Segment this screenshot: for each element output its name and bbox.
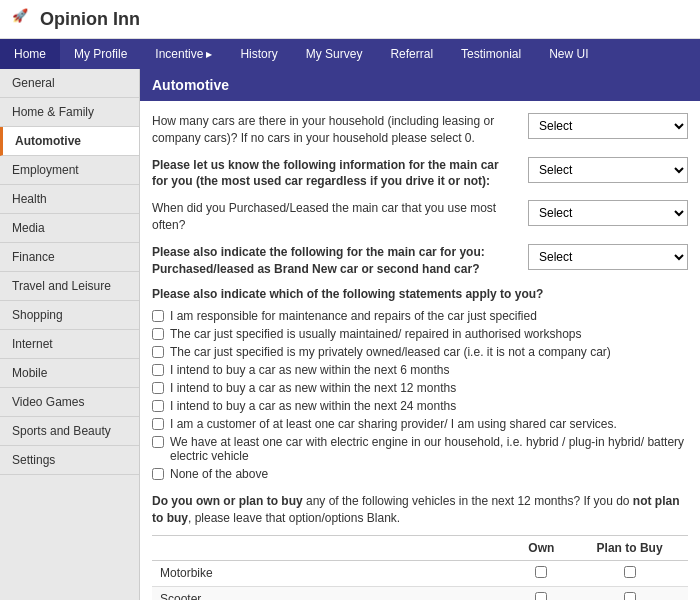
- nav-item-incentive[interactable]: Incentive▶: [141, 39, 226, 69]
- sidebar-item-internet[interactable]: Internet: [0, 330, 139, 359]
- logo-text: Opinion Inn: [40, 9, 140, 30]
- vehicle-plan-cell-0: [571, 560, 688, 586]
- checkbox-item-4: I intend to buy a car as new within the …: [152, 381, 688, 395]
- checkbox-input-3[interactable]: [152, 364, 164, 376]
- checkbox-input-2[interactable]: [152, 346, 164, 358]
- checkbox-input-5[interactable]: [152, 400, 164, 412]
- nav-item-testimonial[interactable]: Testimonial: [447, 39, 535, 69]
- checkbox-item-0: I am responsible for maintenance and rep…: [152, 309, 688, 323]
- vehicle-row-0: Motorbike: [152, 560, 688, 586]
- content-area: Automotive How many cars are there in yo…: [140, 69, 700, 600]
- sidebar: GeneralHome & FamilyAutomotiveEmployment…: [0, 69, 140, 600]
- checkbox-input-7[interactable]: [152, 436, 164, 448]
- sidebar-item-media[interactable]: Media: [0, 214, 139, 243]
- vehicle-own-checkbox-0[interactable]: [535, 566, 547, 578]
- checkbox-label-7: We have at least one car with electric e…: [170, 435, 688, 463]
- sidebar-item-mobile[interactable]: Mobile: [0, 359, 139, 388]
- sidebar-item-travel-and-leisure[interactable]: Travel and Leisure: [0, 272, 139, 301]
- select-wrap-q3: Select: [528, 200, 688, 226]
- select-q3[interactable]: Select: [528, 200, 688, 226]
- content-title: Automotive: [140, 69, 700, 101]
- question-text-q2: Please let us know the following informa…: [152, 157, 528, 191]
- checkbox-list: I am responsible for maintenance and rep…: [152, 309, 688, 481]
- vehicle-own-checkbox-1[interactable]: [535, 592, 547, 600]
- nav-item-referral[interactable]: Referral: [376, 39, 447, 69]
- main-nav: HomeMy ProfileIncentive▶HistoryMy Survey…: [0, 39, 700, 69]
- checkboxes-section-title: Please also indicate which of the follow…: [152, 287, 688, 301]
- question-row-q1: How many cars are there in your househol…: [152, 113, 688, 147]
- vehicle-label-0: Motorbike: [152, 560, 511, 586]
- nav-item-history[interactable]: History: [226, 39, 291, 69]
- checkbox-item-8: None of the above: [152, 467, 688, 481]
- sidebar-item-health[interactable]: Health: [0, 185, 139, 214]
- vehicle-plan-checkbox-0[interactable]: [624, 566, 636, 578]
- sidebar-item-employment[interactable]: Employment: [0, 156, 139, 185]
- checkbox-label-6: I am a customer of at least one car shar…: [170, 417, 617, 431]
- question-row-q3: When did you Purchased/Leased the main c…: [152, 200, 688, 234]
- vehicle-plan-cell-1: [571, 586, 688, 600]
- question-text-q1: How many cars are there in your househol…: [152, 113, 528, 147]
- nav-item-home[interactable]: Home: [0, 39, 60, 69]
- header: 🚀 Opinion Inn: [0, 0, 700, 39]
- nav-item-my-profile[interactable]: My Profile: [60, 39, 141, 69]
- checkbox-item-6: I am a customer of at least one car shar…: [152, 417, 688, 431]
- sidebar-item-home-&-family[interactable]: Home & Family: [0, 98, 139, 127]
- checkbox-label-2: The car just specified is my privately o…: [170, 345, 611, 359]
- vehicle-own-cell-1: [511, 586, 571, 600]
- checkbox-input-1[interactable]: [152, 328, 164, 340]
- nav-item-my-survey[interactable]: My Survey: [292, 39, 377, 69]
- checkbox-label-4: I intend to buy a car as new within the …: [170, 381, 456, 395]
- sidebar-item-automotive[interactable]: Automotive: [0, 127, 139, 156]
- sidebar-item-settings[interactable]: Settings: [0, 446, 139, 475]
- nav-item-new-ui[interactable]: New UI: [535, 39, 602, 69]
- question-row-q4: Please also indicate the following for t…: [152, 244, 688, 278]
- vehicle-own-cell-0: [511, 560, 571, 586]
- checkbox-label-5: I intend to buy a car as new within the …: [170, 399, 456, 413]
- main-layout: GeneralHome & FamilyAutomotiveEmployment…: [0, 69, 700, 600]
- vehicle-description: Do you own or plan to buy any of the fol…: [152, 493, 688, 527]
- logo-icon: 🚀: [12, 8, 34, 30]
- question-row-q2: Please let us know the following informa…: [152, 157, 688, 191]
- nav-arrow-icon: ▶: [206, 50, 212, 59]
- vehicle-tbody: MotorbikeScooterRV (motor home, truck ca…: [152, 560, 688, 600]
- select-q4[interactable]: Select: [528, 244, 688, 270]
- select-wrap-q4: Select: [528, 244, 688, 270]
- checkbox-label-3: I intend to buy a car as new within the …: [170, 363, 450, 377]
- checkbox-item-1: The car just specified is usually mainta…: [152, 327, 688, 341]
- content-body: How many cars are there in your househol…: [140, 101, 700, 600]
- vehicle-col-plan: Plan to Buy: [571, 535, 688, 560]
- sidebar-item-general[interactable]: General: [0, 69, 139, 98]
- question-text-q3: When did you Purchased/Leased the main c…: [152, 200, 528, 234]
- vehicle-col-empty: [152, 535, 511, 560]
- vehicle-label-1: Scooter: [152, 586, 511, 600]
- vehicle-plan-checkbox-1[interactable]: [624, 592, 636, 600]
- sidebar-item-shopping[interactable]: Shopping: [0, 301, 139, 330]
- checkbox-item-5: I intend to buy a car as new within the …: [152, 399, 688, 413]
- checkbox-input-8[interactable]: [152, 468, 164, 480]
- questions-container: How many cars are there in your househol…: [152, 113, 688, 277]
- select-q2[interactable]: Select: [528, 157, 688, 183]
- select-wrap-q1: Select: [528, 113, 688, 139]
- vehicle-col-own: Own: [511, 535, 571, 560]
- checkbox-item-7: We have at least one car with electric e…: [152, 435, 688, 463]
- select-wrap-q2: Select: [528, 157, 688, 183]
- sidebar-item-video-games[interactable]: Video Games: [0, 388, 139, 417]
- vehicle-table: Own Plan to Buy MotorbikeScooterRV (moto…: [152, 535, 688, 600]
- checkbox-item-3: I intend to buy a car as new within the …: [152, 363, 688, 377]
- vehicle-row-1: Scooter: [152, 586, 688, 600]
- checkbox-item-2: The car just specified is my privately o…: [152, 345, 688, 359]
- select-q1[interactable]: Select: [528, 113, 688, 139]
- sidebar-item-finance[interactable]: Finance: [0, 243, 139, 272]
- checkbox-label-8: None of the above: [170, 467, 268, 481]
- vehicle-section: Do you own or plan to buy any of the fol…: [152, 493, 688, 600]
- checkbox-input-6[interactable]: [152, 418, 164, 430]
- question-text-q4: Please also indicate the following for t…: [152, 244, 528, 278]
- checkbox-input-4[interactable]: [152, 382, 164, 394]
- sidebar-item-sports-and-beauty[interactable]: Sports and Beauty: [0, 417, 139, 446]
- checkbox-input-0[interactable]: [152, 310, 164, 322]
- checkbox-label-0: I am responsible for maintenance and rep…: [170, 309, 537, 323]
- checkbox-label-1: The car just specified is usually mainta…: [170, 327, 582, 341]
